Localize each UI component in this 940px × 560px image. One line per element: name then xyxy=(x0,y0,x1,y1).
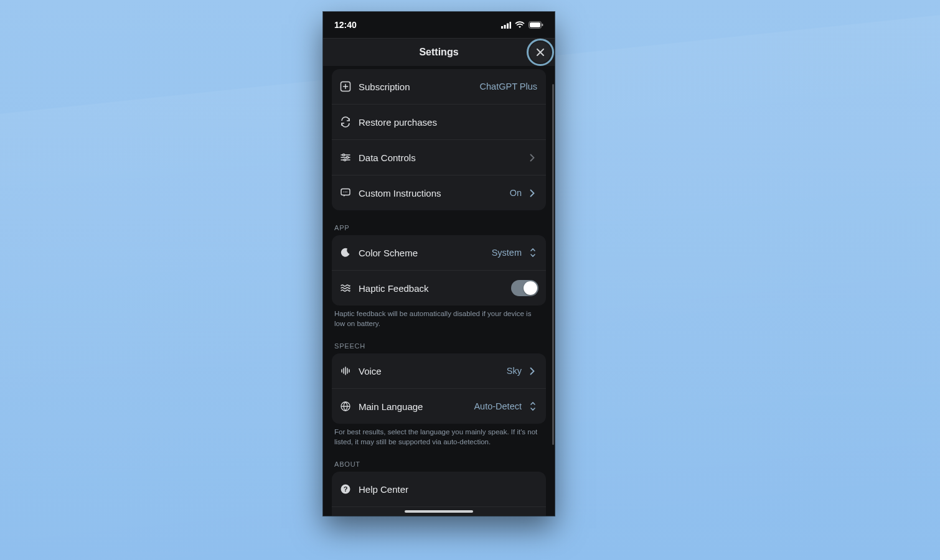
close-button[interactable] xyxy=(530,42,551,63)
help-icon: ? xyxy=(339,483,352,495)
svg-rect-0 xyxy=(501,26,503,29)
svg-rect-3 xyxy=(510,22,512,29)
chevron-up-down-icon xyxy=(530,248,538,258)
custom-instructions-row[interactable]: Custom Instructions On xyxy=(332,175,546,210)
section-label-app: APP xyxy=(323,210,555,235)
custom-instructions-label: Custom Instructions xyxy=(359,188,503,198)
close-icon xyxy=(536,48,545,57)
svg-rect-6 xyxy=(542,24,543,26)
status-bar: 12:40 xyxy=(323,12,555,38)
svg-point-9 xyxy=(346,156,348,158)
chevron-right-icon xyxy=(530,154,538,162)
account-group: Subscription ChatGPT Plus Restore purcha… xyxy=(332,69,546,210)
settings-title: Settings xyxy=(419,47,458,58)
main-language-row[interactable]: Main Language Auto-Detect xyxy=(332,388,546,424)
voice-value: Sky xyxy=(507,366,522,376)
plus-square-icon xyxy=(339,80,352,93)
svg-text:?: ? xyxy=(344,485,348,493)
main-language-label: Main Language xyxy=(359,401,467,412)
globe-icon xyxy=(339,400,352,413)
settings-content: Subscription ChatGPT Plus Restore purcha… xyxy=(323,65,555,516)
subscription-value: ChatGPT Plus xyxy=(480,82,537,91)
sound-wave-icon xyxy=(339,365,352,377)
svg-rect-1 xyxy=(504,25,506,29)
help-center-label: Help Center xyxy=(359,484,538,495)
settings-header: Settings xyxy=(323,38,555,66)
chevron-right-icon xyxy=(530,189,538,197)
haptic-caption: Haptic feedback will be automatically di… xyxy=(323,306,555,329)
help-center-row[interactable]: ? Help Center xyxy=(332,472,546,506)
app-group: Color Scheme System Haptic Feedback xyxy=(332,235,546,306)
svg-point-8 xyxy=(342,154,344,156)
sliders-icon xyxy=(339,151,352,164)
svg-rect-5 xyxy=(530,22,540,27)
voice-label: Voice xyxy=(359,366,500,376)
home-indicator[interactable] xyxy=(405,510,473,513)
subscription-row[interactable]: Subscription ChatGPT Plus xyxy=(332,69,546,104)
color-scheme-label: Color Scheme xyxy=(359,248,485,258)
chevron-up-down-icon xyxy=(530,401,538,411)
color-scheme-value: System xyxy=(492,248,522,258)
svg-point-10 xyxy=(344,159,345,161)
sync-icon xyxy=(339,116,352,128)
moon-icon xyxy=(339,246,352,259)
haptic-icon xyxy=(339,282,352,294)
speech-group: Voice Sky Main Language Auto-Detect xyxy=(332,353,546,424)
custom-instructions-value: On xyxy=(510,188,522,198)
section-label-about: ABOUT xyxy=(323,447,555,472)
message-icon xyxy=(339,187,352,199)
page-background: 12:40 Settings xyxy=(0,0,940,560)
main-language-value: Auto-Detect xyxy=(474,401,522,411)
speech-caption: For best results, select the language yo… xyxy=(323,424,555,447)
status-bar-time: 12:40 xyxy=(334,20,357,30)
status-bar-icons xyxy=(501,21,543,29)
restore-purchases-row[interactable]: Restore purchases xyxy=(332,104,546,139)
voice-row[interactable]: Voice Sky xyxy=(332,353,546,388)
data-controls-label: Data Controls xyxy=(359,152,523,163)
haptic-feedback-row[interactable]: Haptic Feedback xyxy=(332,270,546,306)
haptic-feedback-toggle[interactable] xyxy=(511,280,538,296)
subscription-label: Subscription xyxy=(359,82,473,92)
data-controls-row[interactable]: Data Controls xyxy=(332,139,546,175)
restore-purchases-label: Restore purchases xyxy=(359,117,538,128)
toggle-knob xyxy=(524,281,537,295)
wifi-icon xyxy=(515,21,525,29)
svg-rect-2 xyxy=(507,23,509,29)
section-label-speech: SPEECH xyxy=(323,329,555,353)
color-scheme-row[interactable]: Color Scheme System xyxy=(332,235,546,270)
haptic-feedback-label: Haptic Feedback xyxy=(359,283,504,294)
cellular-icon xyxy=(501,22,511,29)
about-group: ? Help Center Terms of Use Privacy Polic… xyxy=(332,472,546,516)
scrollbar[interactable] xyxy=(552,84,554,445)
battery-icon xyxy=(529,21,543,29)
phone-frame: 12:40 Settings xyxy=(323,12,555,516)
chevron-right-icon xyxy=(530,367,538,375)
